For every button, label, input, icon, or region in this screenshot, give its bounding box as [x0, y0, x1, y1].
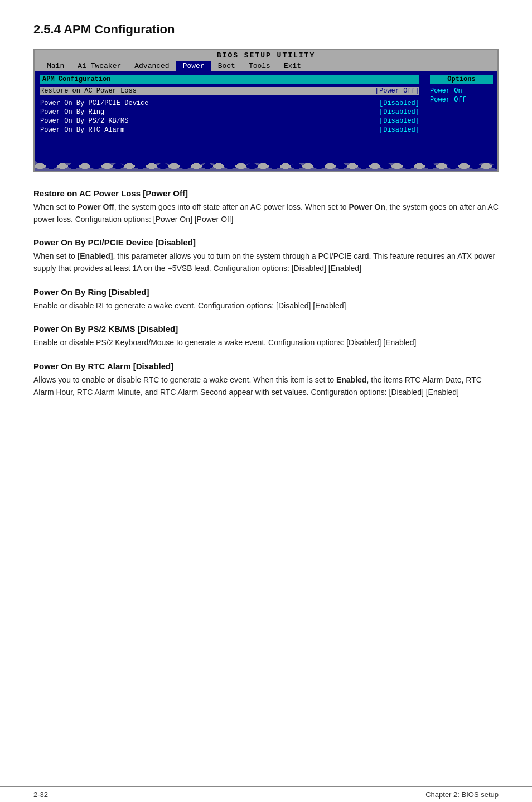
bios-screen: BIOS SETUP UTILITY Main Ai Tweaker Advan…: [33, 49, 499, 172]
bios-tab-advanced[interactable]: Advanced: [128, 61, 176, 71]
section-ps2-heading: Power On By PS/2 KB/MS [Disabled]: [33, 324, 499, 334]
bios-row-pci[interactable]: Power On By PCI/PCIE Device [Disabled]: [40, 99, 419, 107]
bios-row-ps2-label: Power On By PS/2 KB/MS: [40, 117, 128, 125]
section-pci-pcie-body: When set to [Enabled], this parameter al…: [33, 250, 499, 274]
bios-main-panel: APM Configuration Restore on AC Power Lo…: [35, 71, 425, 161]
page-footer: 2-32 Chapter 2: BIOS setup: [0, 786, 532, 802]
bios-body: APM Configuration Restore on AC Power Lo…: [35, 71, 497, 161]
bios-sidebar: Options Power On Power Off: [425, 71, 497, 161]
bios-row-ring-value: [Disabled]: [379, 108, 419, 116]
section-ring-body: Enable or disable RI to generate a wake …: [33, 300, 499, 312]
bios-row-ps2-value: [Disabled]: [379, 117, 419, 125]
section-rtc: Power On By RTC Alarm [Disabled] Allows …: [33, 361, 499, 398]
section-ring: Power On By Ring [Disabled] Enable or di…: [33, 287, 499, 312]
section-ps2-body: Enable or disable PS/2 Keyboard/Mouse to…: [33, 337, 499, 349]
section-restore-ac: Restore on AC Power Loss [Power Off] Whe…: [33, 189, 499, 225]
bios-tab-boot[interactable]: Boot: [211, 61, 242, 71]
bios-sidebar-option-poweroff: Power Off: [430, 96, 493, 104]
bios-row-restore-label: Restore on AC Power Loss: [40, 87, 137, 95]
section-ring-heading: Power On By Ring [Disabled]: [33, 287, 499, 297]
footer-page-number: 2-32: [33, 790, 48, 799]
section-restore-ac-heading: Restore on AC Power Loss [Power Off]: [33, 189, 499, 198]
bios-row-pci-label: Power On By PCI/PCIE Device: [40, 99, 148, 107]
bios-row-rtc-label: Power On By RTC Alarm: [40, 126, 124, 134]
bios-section-title: APM Configuration: [40, 75, 419, 84]
bios-tab-power[interactable]: Power: [176, 61, 211, 71]
page-title: 2.5.4 APM Configuration: [33, 22, 499, 37]
bios-tab-exit[interactable]: Exit: [277, 61, 308, 71]
section-restore-ac-body: When set to Power Off, the system goes i…: [33, 201, 499, 225]
bios-row-ring-label: Power On By Ring: [40, 108, 104, 116]
bios-row-rtc-value: [Disabled]: [379, 126, 419, 134]
bios-wave-decoration: [35, 161, 497, 171]
section-rtc-body: Allows you to enable or disable RTC to g…: [33, 374, 499, 398]
bios-sidebar-option-poweron: Power On: [430, 87, 493, 95]
bios-row-ring[interactable]: Power On By Ring [Disabled]: [40, 108, 419, 116]
section-ps2: Power On By PS/2 KB/MS [Disabled] Enable…: [33, 324, 499, 349]
bios-title-bar: BIOS SETUP UTILITY: [35, 50, 497, 61]
bios-row-ps2[interactable]: Power On By PS/2 KB/MS [Disabled]: [40, 117, 419, 125]
bios-row-rtc[interactable]: Power On By RTC Alarm [Disabled]: [40, 126, 419, 134]
bios-tab-aitweaker[interactable]: Ai Tweaker: [71, 61, 128, 71]
bios-tab-bar: Main Ai Tweaker Advanced Power Boot Tool…: [35, 61, 497, 71]
bios-tab-tools[interactable]: Tools: [242, 61, 277, 71]
bios-row-restore[interactable]: Restore on AC Power Loss [Power Off]: [40, 87, 419, 95]
bios-wave-svg: [35, 161, 497, 171]
section-rtc-heading: Power On By RTC Alarm [Disabled]: [33, 361, 499, 371]
section-pci-pcie-heading: Power On By PCI/PCIE Device [Disabled]: [33, 238, 499, 247]
footer-chapter: Chapter 2: BIOS setup: [425, 790, 499, 799]
section-pci-pcie: Power On By PCI/PCIE Device [Disabled] W…: [33, 238, 499, 274]
bios-sidebar-title: Options: [430, 75, 493, 84]
bios-row-restore-value: [Power Off]: [375, 87, 419, 95]
bios-row-pci-value: [Disabled]: [379, 99, 419, 107]
bios-tab-main[interactable]: Main: [40, 61, 71, 71]
